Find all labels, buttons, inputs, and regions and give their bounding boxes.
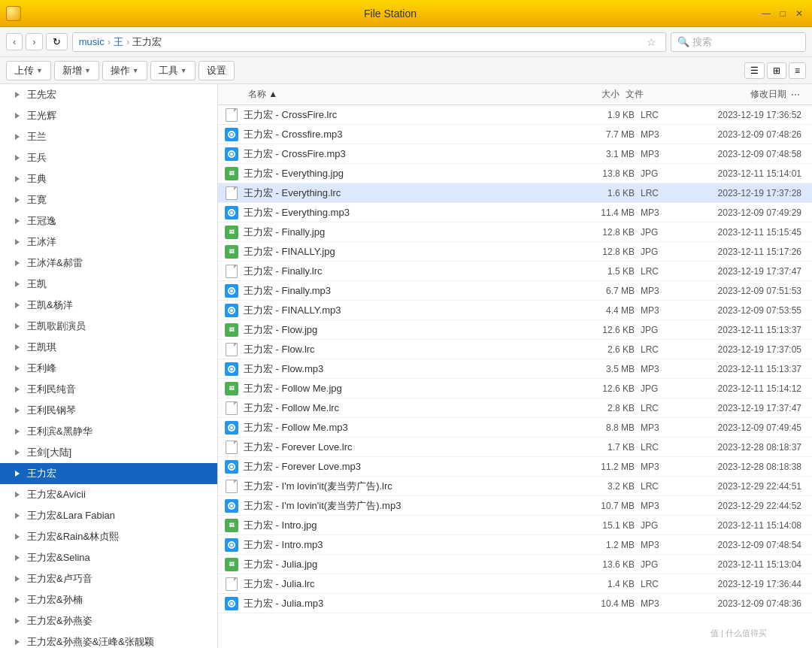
col-name-header[interactable]: 名称 ▲ (248, 88, 565, 101)
settings-label: 设置 (207, 64, 226, 77)
sidebar-item-0[interactable]: 王先宏 (0, 84, 217, 105)
sidebar-item-14[interactable]: 王利民纯音 (0, 379, 217, 400)
file-name: 王力宏 - Intro.mp3 (244, 538, 580, 552)
sidebar-item-2[interactable]: 王兰 (0, 126, 217, 147)
close-button[interactable]: ✕ (792, 7, 806, 20)
sidebar-item-17[interactable]: 王剑[大陆] (0, 442, 217, 463)
file-row[interactable]: 王力宏 - FINALLY.mp34.4 MBMP32023-12-09 07:… (218, 301, 812, 320)
file-icon-17 (224, 440, 239, 455)
file-row[interactable]: 王力宏 - Follow Me.mp38.8 MBMP32023-12-09 0… (218, 418, 812, 438)
file-row[interactable]: 🖼王力宏 - Julia.jpg13.6 KBJPG2023-12-11 15:… (218, 555, 812, 574)
lrc-icon (226, 441, 238, 454)
list-view-button[interactable]: ☰ (744, 62, 765, 79)
view-buttons: ☰ ⊞ ≡ (744, 62, 806, 79)
sidebar-item-12[interactable]: 王凯琪 (0, 337, 217, 358)
sidebar-item-11[interactable]: 王凯歌剧演员 (0, 316, 217, 337)
sidebar-label-21: 王力宏&Rain&林贞熙 (27, 530, 119, 544)
file-icon-16 (224, 420, 239, 435)
col-type-header[interactable]: 文件 (626, 88, 663, 101)
sidebar-item-10[interactable]: 王凯&杨洋 (0, 295, 217, 316)
file-row[interactable]: 王力宏 - CrossFire.mp33.1 MBMP32023-12-09 0… (218, 144, 812, 164)
file-row[interactable]: 🖼王力宏 - Everything.jpg13.8 KBJPG2023-12-1… (218, 164, 812, 183)
sidebar-item-16[interactable]: 王利滨&黑静华 (0, 421, 217, 442)
settings-button[interactable]: 设置 (198, 61, 235, 80)
file-row[interactable]: 王力宏 - I'm lovin'it(麦当劳广告).mp310.7 MBMP32… (218, 496, 812, 516)
file-row[interactable]: 王力宏 - Crossfire.mp37.7 MBMP32023-12-09 0… (218, 125, 812, 144)
file-name: 王力宏 - Crossfire.mp3 (244, 128, 580, 141)
file-row[interactable]: 王力宏 - Forever Love.mp311.2 MBMP32023-12-… (218, 457, 812, 477)
forward-button[interactable]: › (26, 33, 42, 50)
sidebar-item-1[interactable]: 王光辉 (0, 105, 217, 126)
file-size: 10.7 MB (580, 501, 641, 511)
file-row[interactable]: 王力宏 - Everything.lrc1.6 KBLRC2023-12-19 … (218, 183, 812, 203)
sidebar-item-26[interactable]: 王力宏&孙燕姿&汪峰&张靓颖 (0, 631, 217, 648)
sidebar-item-18[interactable]: 王力宏 (0, 463, 217, 484)
sidebar-item-22[interactable]: 王力宏&Selina (0, 547, 217, 568)
sidebar-item-15[interactable]: 王利民钢琴 (0, 400, 217, 421)
col-size-header[interactable]: 大小 (565, 88, 626, 101)
sidebar-item-20[interactable]: 王力宏&Lara Fabian (0, 505, 217, 526)
bookmark-button[interactable]: ☆ (644, 36, 659, 48)
file-size: 12.8 KB (580, 247, 641, 257)
file-row[interactable]: 王力宏 - Everything.mp311.4 MBMP32023-12-09… (218, 203, 812, 223)
file-name: 王力宏 - I'm lovin'it(麦当劳广告).lrc (244, 480, 580, 493)
sidebar-item-7[interactable]: 王冰洋 (0, 232, 217, 253)
search-box[interactable]: 🔍 搜索 (671, 32, 806, 52)
file-row[interactable]: 🖼王力宏 - Follow Me.jpg12.6 KBJPG2023-12-11… (218, 379, 812, 398)
lrc-icon (226, 480, 238, 493)
maximize-button[interactable]: □ (776, 7, 789, 20)
file-row[interactable]: 王力宏 - Forever Love.lrc1.7 KBLRC2023-12-2… (218, 438, 812, 457)
details-view-button[interactable]: ≡ (789, 62, 806, 79)
grid-view-button[interactable]: ⊞ (767, 62, 786, 79)
file-row[interactable]: 🖼王力宏 - FINALLY.jpg12.8 KBJPG2023-12-11 1… (218, 242, 812, 262)
file-row[interactable]: 🖼王力宏 - Intro.jpg15.1 KBJPG2023-12-11 15:… (218, 516, 812, 535)
new-button[interactable]: 新增 ▼ (54, 61, 99, 80)
minimize-button[interactable]: — (759, 7, 773, 20)
back-button[interactable]: ‹ (6, 33, 23, 50)
sidebar-item-19[interactable]: 王力宏&Avicii (0, 484, 217, 505)
file-type: MP3 (641, 540, 678, 550)
sidebar-label-14: 王利民纯音 (27, 383, 76, 396)
mp3-icon (225, 597, 238, 610)
file-row[interactable]: 王力宏 - I'm lovin'it(麦当劳广告).lrc3.2 KBLRC20… (218, 477, 812, 496)
file-name: 王力宏 - Julia.lrc (244, 577, 580, 591)
file-row[interactable]: 王力宏 - Finally.lrc1.5 KBLRC2023-12-19 17:… (218, 262, 812, 281)
titlebar: File Station — □ ✕ (0, 0, 812, 27)
file-row[interactable]: 王力宏 - Flow.mp33.5 MBMP32023-12-11 15:13:… (218, 359, 812, 379)
upload-button[interactable]: 上传 ▼ (6, 61, 51, 80)
col-more-header[interactable]: ⋯ (791, 89, 806, 100)
file-row[interactable]: 王力宏 - Flow.lrc2.6 KBLRC2023-12-19 17:37:… (218, 340, 812, 359)
file-row[interactable]: 王力宏 - Julia.lrc1.4 KBLRC2023-12-19 17:36… (218, 574, 812, 594)
file-type: MP3 (641, 286, 678, 296)
file-row[interactable]: 王力宏 - Julia.mp310.4 MBMP32023-12-09 07:4… (218, 594, 812, 613)
sidebar-item-21[interactable]: 王力宏&Rain&林贞熙 (0, 526, 217, 547)
file-row[interactable]: 王力宏 - Finally.mp36.7 MBMP32023-12-09 07:… (218, 281, 812, 301)
col-date-header[interactable]: 修改日期 (663, 88, 791, 101)
file-type: MP3 (641, 364, 678, 374)
action-button[interactable]: 操作 ▼ (102, 61, 147, 80)
file-row[interactable]: 🖼王力宏 - Finally.jpg12.8 KBJPG2023-12-11 1… (218, 223, 812, 242)
sidebar-item-6[interactable]: 王冠逸 (0, 210, 217, 232)
file-name: 王力宏 - Forever Love.mp3 (244, 460, 580, 474)
file-row[interactable]: 王力宏 - Intro.mp31.2 MBMP32023-12-09 07:48… (218, 535, 812, 555)
file-name: 王力宏 - FINALLY.mp3 (244, 304, 580, 317)
sidebar-item-13[interactable]: 王利峰 (0, 358, 217, 379)
sidebar-item-9[interactable]: 王凯 (0, 274, 217, 295)
file-date: 2023-12-11 15:15:45 (678, 227, 806, 238)
address-bar[interactable]: music › 王 › 王力宏 ☆ (72, 32, 666, 52)
sidebar-item-23[interactable]: 王力宏&卢巧音 (0, 568, 217, 589)
refresh-button[interactable]: ↻ (46, 33, 68, 50)
file-type: MP3 (641, 462, 678, 472)
tools-button[interactable]: 工具 ▼ (150, 61, 195, 80)
sidebar-item-4[interactable]: 王典 (0, 168, 217, 189)
sidebar-item-24[interactable]: 王力宏&孙楠 (0, 589, 217, 610)
sidebar-item-5[interactable]: 王寛 (0, 189, 217, 210)
file-row[interactable]: 王力宏 - Follow Me.lrc2.8 KBLRC2023-12-19 1… (218, 398, 812, 418)
sidebar-item-8[interactable]: 王冰洋&郝雷 (0, 253, 217, 274)
sidebar-item-25[interactable]: 王力宏&孙燕姿 (0, 610, 217, 631)
file-row[interactable]: 王力宏 - CrossFire.lrc1.9 KBLRC2023-12-19 1… (218, 105, 812, 125)
window-controls: — □ ✕ (759, 7, 806, 20)
file-type: MP3 (641, 207, 678, 218)
file-row[interactable]: 🖼王力宏 - Flow.jpg12.6 KBJPG2023-12-11 15:1… (218, 320, 812, 340)
sidebar-item-3[interactable]: 王兵 (0, 147, 217, 168)
